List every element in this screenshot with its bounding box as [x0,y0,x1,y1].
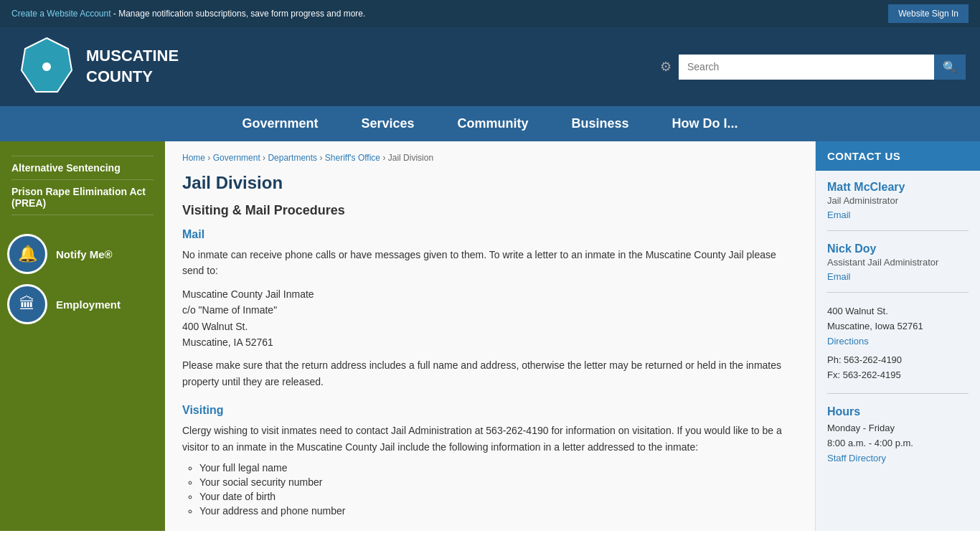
hours-title: Hours [827,405,969,418]
breadcrumb: Home › Government › Departments › Sherif… [182,153,798,163]
search-area: ⚙ 🔍 [660,55,966,80]
breadcrumb-home[interactable]: Home [182,153,205,163]
contact-us-header: CONTACT US [816,141,980,171]
contact-title-nick: Assistant Jail Administrator [827,257,969,268]
mail-heading: Mail [182,228,798,241]
sidebar-item-prea[interactable]: Prison Rape Elimination Act (PREA) [11,180,154,215]
nav-item-community[interactable]: Community [436,106,550,141]
gear-icon[interactable]: ⚙ [660,59,672,75]
contact-name-nick: Nick Doy [827,242,969,255]
notify-me-icon: 🔔 [18,245,37,263]
notify-me-label: Notify Me® [56,248,113,260]
nav-item-howdoi[interactable]: How Do I... [651,106,760,141]
employment-label: Employment [56,298,121,311]
sidebar: Alternative Sentencing Prison Rape Elimi… [0,141,165,531]
contact-address-block: 400 Walnut St. Muscatine, Iowa 52761 Dir… [827,304,969,394]
mail-footer: Please make sure that the return address… [182,357,798,390]
email-link-nick[interactable]: Email [827,271,851,282]
breadcrumb-government[interactable]: Government [213,153,260,163]
email-link-matt[interactable]: Email [827,209,851,220]
hours-block: Hours Monday - Friday 8:00 a.m. - 4:00 p… [827,405,969,476]
contact-phone: Ph: 563-262-4190 Fx: 563-262-4195 [827,353,969,383]
header-right: ⚙ 🔍 [179,55,966,80]
visiting-list: Your full legal name Your social securit… [199,462,798,517]
mail-address: Muscatine County Jail Inmate c/o "Name o… [182,286,798,351]
contact-body: Matt McCleary Jail Administrator Email N… [816,171,980,497]
visiting-body: Clergy wishing to visit inmates need to … [182,423,798,455]
nav-item-government[interactable]: Government [220,106,339,141]
contact-name-matt: Matt McCleary [827,181,969,194]
search-button[interactable]: 🔍 [934,55,966,80]
outer-wrapper: Alternative Sentencing Prison Rape Elimi… [0,141,980,531]
sidebar-item-alternative-sentencing[interactable]: Alternative Sentencing [11,156,154,180]
page-title: Jail Division [182,173,798,193]
breadcrumb-departments[interactable]: Departments [268,153,317,163]
sidebar-menu: Alternative Sentencing Prison Rape Elimi… [0,141,165,222]
header: MUSCATINE COUNTY ⚙ 🔍 [0,27,980,106]
staff-directory-link[interactable]: Staff Directory [827,453,886,463]
search-box: 🔍 [679,55,966,80]
svg-point-1 [42,62,51,71]
top-bar: Create a Website Account - Manage notifi… [0,0,980,27]
nav-item-business[interactable]: Business [550,106,651,141]
list-item: Your date of birth [199,491,798,502]
notify-me-icon-circle: 🔔 [7,234,47,274]
list-item: Your social security number [199,476,798,488]
list-item: Your address and phone number [199,505,798,517]
content-area: Home › Government › Departments › Sherif… [165,141,815,531]
employment-icon-circle: 🏛 [7,284,47,324]
breadcrumb-current: Jail Division [388,153,433,163]
right-panel: CONTACT US Matt McCleary Jail Administra… [815,141,980,531]
contact-title-matt: Jail Administrator [827,195,969,206]
directions-link[interactable]: Directions [827,336,869,347]
sidebar-widgets: 🔔 Notify Me® 🏛 Employment [0,222,165,336]
notify-me-widget[interactable]: 🔔 Notify Me® [7,234,158,274]
main-wrapper: Alternative Sentencing Prison Rape Elimi… [0,141,980,531]
employment-widget[interactable]: 🏛 Employment [7,284,158,324]
contact-email-nick: Email [827,270,969,282]
visiting-section: Visiting Clergy wishing to visit inmates… [182,404,798,517]
breadcrumb-sheriffs-office[interactable]: Sheriff's Office [325,153,380,163]
contact-block-matt: Matt McCleary Jail Administrator Email [827,181,969,231]
mail-body: No inmate can receive phone calls or hav… [182,247,798,279]
search-input[interactable] [679,55,934,78]
create-account-link[interactable]: Create a Website Account [11,9,111,19]
logo-area[interactable]: MUSCATINE COUNTY [14,34,179,99]
hours-text: Monday - Friday 8:00 a.m. - 4:00 p.m. St… [827,421,969,466]
top-bar-text: Create a Website Account - Manage notifi… [11,9,365,19]
nav-item-services[interactable]: Services [339,106,435,141]
employment-icon: 🏛 [19,295,35,314]
list-item: Your full legal name [199,462,798,474]
contact-block-nick: Nick Doy Assistant Jail Administrator Em… [827,242,969,293]
sign-in-button[interactable]: Website Sign In [888,4,969,23]
visiting-heading: Visiting [182,404,798,417]
logo-text: MUSCATINE COUNTY [86,46,179,87]
main-nav: Government Services Community Business H… [0,106,980,141]
contact-email-matt: Email [827,209,969,220]
section-title: Visiting & Mail Procedures [182,203,798,218]
county-logo-icon [14,34,79,99]
contact-address: 400 Walnut St. Muscatine, Iowa 52761 Dir… [827,304,969,349]
